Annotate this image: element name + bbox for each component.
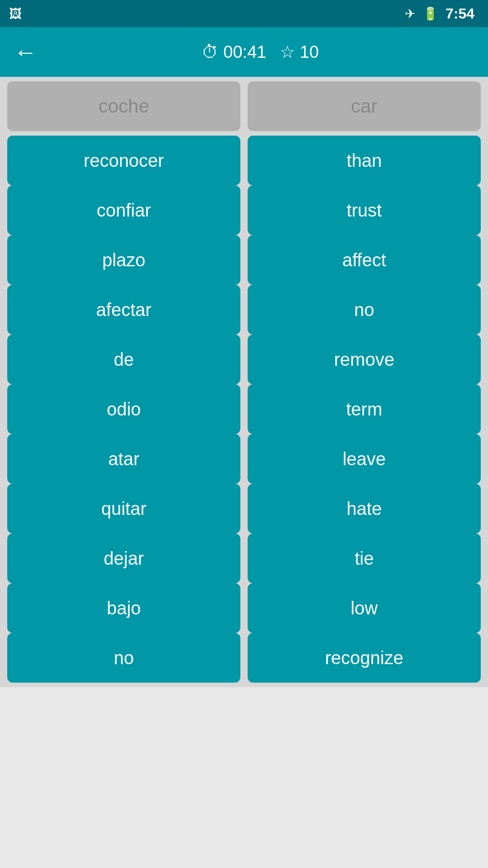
word-button-left[interactable]: afectar bbox=[7, 285, 240, 335]
word-button-right[interactable]: remove bbox=[248, 335, 481, 384]
word-row: confiartrust bbox=[7, 185, 481, 235]
nav-center: ⏱ 00:41 ☆ 10 bbox=[46, 42, 474, 62]
word-row: quitarhate bbox=[7, 484, 481, 533]
header-right: car bbox=[248, 81, 481, 131]
timer-value: 00:41 bbox=[223, 42, 266, 62]
word-button-right[interactable]: low bbox=[248, 583, 481, 633]
word-row: atarleave bbox=[7, 434, 481, 484]
word-row: plazoaffect bbox=[7, 235, 481, 285]
word-row: afectarno bbox=[7, 285, 481, 335]
word-button-left[interactable]: plazo bbox=[7, 235, 240, 285]
status-time: 7:54 bbox=[446, 5, 474, 22]
word-row: deremove bbox=[7, 335, 481, 384]
word-button-right[interactable]: term bbox=[248, 384, 481, 434]
word-rows-container: reconocerthanconfiartrustplazoaffectafec… bbox=[7, 136, 481, 683]
word-button-left[interactable]: bajo bbox=[7, 583, 240, 633]
word-button-left[interactable]: de bbox=[7, 335, 240, 384]
word-button-right[interactable]: trust bbox=[248, 185, 481, 235]
word-button-left[interactable]: confiar bbox=[7, 185, 240, 235]
timer-display: ⏱ 00:41 bbox=[202, 42, 266, 62]
word-button-left[interactable]: reconocer bbox=[7, 136, 240, 185]
header-row: coche car bbox=[7, 81, 481, 131]
airplane-icon: ✈ bbox=[405, 6, 415, 21]
word-button-right[interactable]: recognize bbox=[248, 633, 481, 683]
star-icon: ☆ bbox=[280, 42, 295, 62]
battery-icon: 🔋 bbox=[422, 6, 438, 21]
word-row: odioterm bbox=[7, 384, 481, 434]
nav-bar: ← ⏱ 00:41 ☆ 10 bbox=[0, 27, 488, 77]
word-button-right[interactable]: leave bbox=[248, 434, 481, 484]
word-button-left[interactable]: quitar bbox=[7, 484, 240, 533]
word-button-left[interactable]: odio bbox=[7, 384, 240, 434]
word-row: bajolow bbox=[7, 583, 481, 633]
word-button-right[interactable]: hate bbox=[248, 484, 481, 533]
timer-icon: ⏱ bbox=[202, 42, 219, 62]
word-button-right[interactable]: no bbox=[248, 285, 481, 335]
header-left: coche bbox=[7, 81, 240, 131]
word-row: dejartie bbox=[7, 533, 481, 583]
word-button-left[interactable]: atar bbox=[7, 434, 240, 484]
word-row: reconocerthan bbox=[7, 136, 481, 185]
back-button[interactable]: ← bbox=[14, 40, 37, 64]
star-display: ☆ 10 bbox=[280, 42, 319, 62]
star-value: 10 bbox=[300, 42, 319, 62]
word-button-left[interactable]: no bbox=[7, 633, 240, 683]
word-button-right[interactable]: affect bbox=[248, 235, 481, 285]
word-button-right[interactable]: than bbox=[248, 136, 481, 185]
word-row: norecognize bbox=[7, 633, 481, 683]
word-button-left[interactable]: dejar bbox=[7, 533, 240, 583]
content-area: coche car reconocerthanconfiartrustplazo… bbox=[0, 77, 488, 687]
status-bar: 🖼 ✈ 🔋 7:54 bbox=[0, 0, 488, 27]
word-button-right[interactable]: tie bbox=[248, 533, 481, 583]
image-icon: 🖼 bbox=[9, 6, 22, 21]
